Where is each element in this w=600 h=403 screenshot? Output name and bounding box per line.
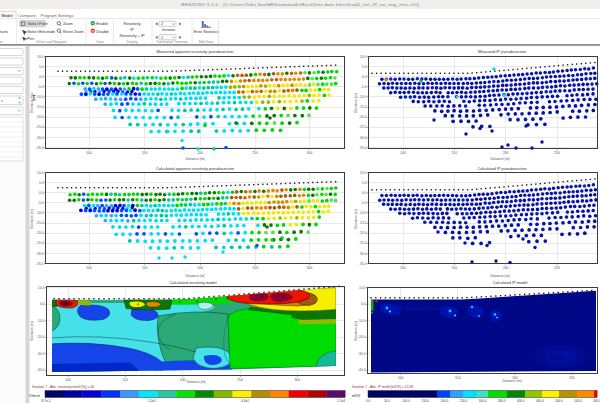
svg-text:0.0: 0.0 [39,191,44,195]
svg-text:250: 250 [569,376,575,380]
svg-text:300: 300 [307,266,313,270]
svg-text:100: 100 [400,151,406,155]
svg-text:250: 250 [554,266,560,270]
svg-text:IP: IP [130,28,134,32]
svg-text:Data: Data [96,40,103,44]
svg-text:250: 250 [253,266,259,270]
svg-text:-5.0: -5.0 [38,201,44,205]
svg-text:-10.0: -10.0 [359,211,367,215]
svg-text:440.0: 440.0 [536,399,544,403]
svg-text:0.0: 0.0 [362,75,367,79]
svg-text:-15.0: -15.0 [36,105,44,109]
svg-text:-10.0: -10.0 [36,211,44,215]
svg-text:TimeLapse Timestep: TimeLapse Timestep [156,40,187,44]
svg-text:50.0: 50.0 [384,399,390,403]
svg-text:-20.0: -20.0 [359,231,367,235]
svg-text:-25.0: -25.0 [359,241,367,245]
svg-text:-40.0: -40.0 [358,368,366,372]
svg-text:-30.0: -30.0 [36,252,44,256]
svg-text:-30.0: -30.0 [358,352,366,356]
svg-text:plication: plication [0,40,3,44]
svg-text:250: 250 [253,151,259,155]
svg-text:-20.0: -20.0 [36,115,44,119]
svg-text:-35.0: -35.0 [36,262,44,266]
svg-text:Calculated resistivity model: Calculated resistivity model [169,280,216,285]
svg-text:Distance (m): Distance (m) [185,157,204,161]
svg-text:Select and Navigate: Select and Navigate [36,40,66,44]
svg-text:Point Charts: Point Charts [0,30,8,34]
svg-text:Distance (m): Distance (m) [185,274,204,278]
svg-text:0.0: 0.0 [366,399,371,403]
svg-text:Elevation (m): Elevation (m) [30,321,34,340]
svg-text:8.7e-1: 8.7e-1 [41,399,50,403]
svg-text:mV/V: mV/V [352,394,361,398]
svg-text:-10.0: -10.0 [37,319,45,323]
svg-text:Edit Data: Edit Data [199,40,213,44]
svg-text:Ohm.m: Ohm.m [29,394,40,398]
svg-text:300: 300 [307,151,313,155]
svg-text:300.0: 300.0 [479,399,487,403]
svg-text:10.0: 10.0 [37,55,44,59]
svg-text:Select Electrode: Select Electrode [28,30,56,34]
svg-text:-35.0: -35.0 [359,262,367,266]
svg-text:4.6e2: 4.6e2 [241,399,249,403]
svg-text:Distance (m): Distance (m) [186,380,205,384]
svg-text:600.0: 600.0 [593,399,600,403]
svg-text:Disable: Disable [96,30,109,34]
svg-text:200.0: 200.0 [441,399,449,403]
svg-text:RES2DINV 5.1.0 - [C:\Users\T: RES2DINV 5.1.0 - [C:\Users\Toke.SoelbR\D… [181,2,419,7]
svg-text:-15.0: -15.0 [359,105,367,109]
svg-text:5.0: 5.0 [39,181,44,185]
svg-text:150: 150 [123,378,129,382]
svg-text:-20.0: -20.0 [358,335,366,339]
svg-text:Reset Zoom: Reset Zoom [63,30,84,34]
svg-text:150: 150 [455,376,461,380]
svg-text:-20.0: -20.0 [37,335,45,339]
svg-text:Elevation (m): Elevation (m) [30,209,34,228]
svg-text:Program Settings: Program Settings [40,13,73,18]
svg-text:Distance (m): Distance (m) [502,379,521,383]
svg-text:s: s [1,99,3,103]
svg-text:-20.0: -20.0 [36,231,44,235]
svg-text:-25.0: -25.0 [359,125,367,129]
svg-text:100: 100 [86,151,92,155]
svg-text:Error Statistics: Error Statistics [194,30,219,34]
svg-text:360.0: 360.0 [498,399,506,403]
svg-text:-20.0: -20.0 [359,115,367,119]
svg-text:Select Point: Select Point [28,22,49,26]
svg-text:150: 150 [142,151,148,155]
svg-text:Elevation (m): Elevation (m) [354,321,358,340]
svg-text:200: 200 [503,266,509,270]
svg-text:250: 250 [554,151,560,155]
svg-text:2: 2 [161,22,163,26]
svg-text:Model: Model [1,13,13,18]
svg-text:Distance (m): Distance (m) [490,274,509,278]
svg-text:100.0: 100.0 [402,399,410,403]
svg-text:300: 300 [295,378,301,382]
svg-text:Calculated IP model: Calculated IP model [493,280,528,285]
svg-text:10.0: 10.0 [360,55,367,59]
svg-text:10.0: 10.0 [360,171,367,175]
svg-text:Elevation (m): Elevation (m) [354,209,358,228]
svg-text:540.0: 540.0 [574,399,582,403]
svg-text:0.0: 0.0 [39,75,44,79]
svg-text:5.0: 5.0 [39,65,44,69]
svg-text:-30.0: -30.0 [36,136,44,140]
svg-text:10.0: 10.0 [359,286,366,290]
svg-text:Iteration 7 - Abs. resistivity: Iteration 7 - Abs. resistivity misfit [%… [32,385,94,389]
svg-text:-30.0: -30.0 [359,136,367,140]
svg-text:Zoom: Zoom [63,22,73,26]
svg-text:Compare: Compare [18,13,36,18]
svg-text:200: 200 [197,151,203,155]
svg-text:150.0: 150.0 [422,399,430,403]
svg-text:-30.0: -30.0 [37,352,45,356]
svg-text:-10.0: -10.0 [36,95,44,99]
svg-text:Calculated IP pseudosection: Calculated IP pseudosection [477,166,526,171]
svg-text:400.0: 400.0 [517,399,525,403]
svg-text:10.0: 10.0 [37,171,44,175]
svg-text:-15.0: -15.0 [359,221,367,225]
svg-text:150: 150 [452,151,458,155]
svg-text:Display: Display [126,40,137,44]
svg-text:Resistivity: Resistivity [123,22,140,26]
svg-text:-15.0: -15.0 [36,221,44,225]
